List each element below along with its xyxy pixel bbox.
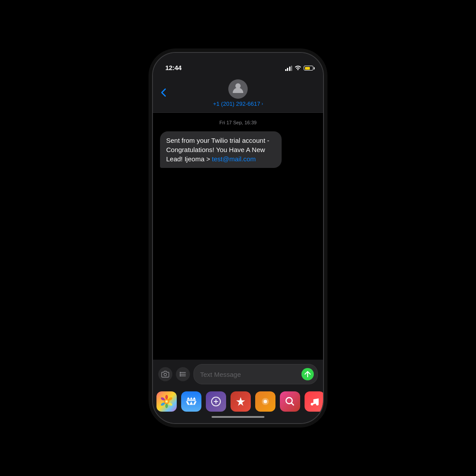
app-store-button[interactable] bbox=[176, 367, 190, 381]
contact-number[interactable]: +1 (201) 292-6617 › bbox=[213, 100, 263, 107]
message-area: Fri 17 Sep, 16:39 Sent from your Twilio … bbox=[153, 113, 323, 360]
app-suggestions-row bbox=[153, 388, 323, 413]
music-icon[interactable] bbox=[305, 391, 323, 412]
avatar bbox=[228, 79, 248, 99]
email-link[interactable]: test@mail.com bbox=[212, 155, 256, 163]
text-input[interactable]: Text Message bbox=[193, 364, 318, 384]
back-button[interactable] bbox=[157, 85, 170, 103]
phone-frame: 12:44 ⚡ bbox=[152, 52, 324, 424]
status-icons: ⚡ bbox=[285, 65, 314, 71]
svg-point-14 bbox=[264, 400, 267, 403]
message-bubble: Sent from your Twilio trial account - Co… bbox=[160, 131, 282, 168]
appstore-icon[interactable] bbox=[181, 391, 201, 412]
status-bar: 12:44 ⚡ bbox=[153, 53, 323, 75]
input-area: Text Message bbox=[153, 360, 323, 388]
svg-point-1 bbox=[164, 373, 167, 376]
svg-point-2 bbox=[180, 372, 181, 373]
svg-point-3 bbox=[180, 374, 181, 375]
camera-button[interactable] bbox=[158, 367, 172, 381]
message-timestamp: Fri 17 Sep, 16:39 bbox=[160, 120, 316, 125]
game3-icon[interactable] bbox=[255, 391, 275, 412]
home-indicator bbox=[153, 413, 323, 423]
svg-point-6 bbox=[165, 395, 168, 399]
search-icon[interactable] bbox=[280, 391, 300, 412]
game2-icon[interactable] bbox=[231, 391, 251, 412]
status-time: 12:44 bbox=[165, 64, 182, 71]
signal-icon bbox=[285, 66, 293, 71]
text-input-placeholder: Text Message bbox=[200, 371, 298, 378]
game1-icon[interactable] bbox=[206, 391, 226, 412]
svg-point-4 bbox=[180, 376, 181, 376]
person-icon bbox=[232, 82, 244, 97]
battery-icon: ⚡ bbox=[304, 66, 313, 71]
nav-header: +1 (201) 292-6617 › bbox=[153, 75, 323, 113]
home-indicator-bar bbox=[212, 416, 264, 418]
photos-app-icon[interactable] bbox=[156, 391, 177, 412]
svg-point-9 bbox=[165, 404, 168, 408]
wifi-icon bbox=[294, 65, 301, 71]
chevron-right-icon: › bbox=[262, 101, 263, 106]
send-button[interactable] bbox=[301, 368, 314, 380]
